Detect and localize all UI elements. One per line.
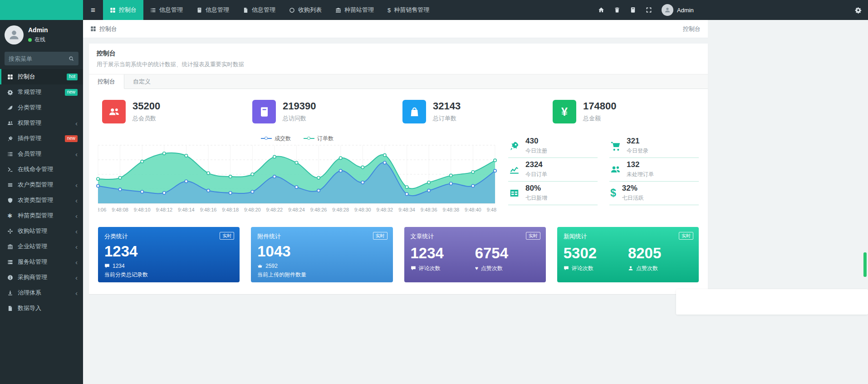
brand-area: [0, 0, 83, 20]
topnav-tab-info-2[interactable]: 信息管理: [190, 0, 236, 20]
breadcrumb-left[interactable]: 控制台: [90, 25, 117, 33]
quick-stats-grid: 430今日注册 321今日登录 2324今日订单 132未处理订单 80%七日新…: [508, 134, 699, 214]
quick-stat-logins: 321今日登录: [609, 134, 699, 158]
menu-label: 权限管理: [18, 119, 71, 127]
users-icon: [108, 106, 120, 118]
main-area: 控制台 控制台 控制台 用于展示当前系统中的统计数据、统计报表及重要实时数据 控…: [83, 20, 868, 384]
chart-x-axis: 9:48:069:48:089:48:109:48:129:48:149:48:…: [98, 206, 496, 214]
chevron-left-icon: ‹: [75, 120, 78, 127]
sidebar-item-import[interactable]: 数据导入: [0, 300, 83, 316]
menu-label: 采购商管理: [18, 273, 71, 281]
panel-big-number: 5302: [564, 246, 628, 261]
search-input[interactable]: [9, 55, 69, 62]
dashboard-icon: [110, 7, 116, 13]
top-navbar: ≡ 控制台 信息管理 信息管理 信息管理 收购列表 种苗站管理 $种苗销售管理 …: [0, 0, 868, 20]
scrollbar-thumb[interactable]: [863, 252, 867, 277]
chevron-left-icon: ‹: [75, 228, 78, 235]
menu-label: 农资类型管理: [18, 196, 71, 204]
tab-custom[interactable]: 自定义: [124, 74, 159, 89]
settings-button[interactable]: [855, 0, 862, 20]
bank-icon: [335, 7, 341, 13]
sidebar-item-general[interactable]: 常规管理new: [0, 84, 83, 100]
panel-big-number: 1043: [257, 244, 386, 260]
topnav-tab-acquisition-list[interactable]: 收购列表: [282, 0, 329, 20]
sub-label: 点赞次数: [481, 265, 503, 272]
panel-big-number: 6754: [475, 246, 539, 261]
panel-sub: 1234: [104, 263, 233, 269]
menu-label: 服务站管理: [18, 258, 71, 266]
sidebar-item-member[interactable]: 会员管理‹: [0, 146, 83, 162]
dashboard-panel: 控制台 用于展示当前系统中的统计数据、统计报表及重要实时数据 控制台 自定义 3…: [89, 44, 708, 294]
tab-console[interactable]: 控制台: [89, 74, 124, 89]
user-name: Admin: [28, 26, 48, 34]
docs-icon[interactable]: [630, 7, 636, 13]
breadcrumb-right: 控制台: [683, 25, 701, 33]
panel-column: 6754 ♥点赞次数: [475, 242, 539, 272]
topnav-tab-info-1[interactable]: 信息管理: [143, 0, 190, 20]
panel-caption: 当前分类总记录数: [104, 271, 233, 279]
tab-label: 控制台: [119, 6, 137, 14]
heart-icon: ♥: [475, 266, 478, 271]
dashboard-icon: [6, 74, 14, 80]
list-icon: [6, 151, 14, 157]
file-icon: [6, 305, 14, 311]
sidebar-item-service[interactable]: 服务站管理‹: [0, 254, 83, 270]
menu-label: 种苗类型管理: [18, 212, 71, 220]
stats-panels: 分类统计 实时 1234 1234 当前分类总记录数 附件统计 实时 1043 …: [98, 227, 699, 282]
sidebar-item-farmer-type[interactable]: 农户类型管理‹: [0, 177, 83, 192]
quick-value: 430: [525, 137, 547, 146]
menu-label: 在线命令管理: [18, 165, 78, 173]
new-badge: new: [65, 89, 78, 96]
sidebar-item-command[interactable]: 在线命令管理: [0, 162, 83, 177]
sidebar-search: [5, 52, 78, 65]
book-icon: [196, 7, 202, 13]
sidebar-item-auth[interactable]: 权限管理‹: [0, 115, 83, 131]
panel-big-number: 1234: [104, 244, 233, 260]
stat-total-members: 35200总会员数: [98, 100, 248, 123]
sidebar-item-seedling-type[interactable]: ✱种苗类型管理‹: [0, 208, 83, 223]
sidebar-item-enterprise[interactable]: 企业站管理‹: [0, 239, 83, 254]
user-menu[interactable]: Admin: [662, 4, 694, 16]
quick-stat-pending-orders: 132未处理订单: [609, 158, 699, 182]
trash-icon[interactable]: [614, 7, 620, 13]
line-chart-icon: [509, 164, 520, 175]
topnav-tab-info-3[interactable]: 信息管理: [236, 0, 282, 20]
panel-caption: 当前上传的附件数量: [257, 271, 386, 279]
stat-label: 总访问数: [283, 114, 316, 123]
chart-legend[interactable]: 成交数订单数: [98, 134, 496, 143]
search-button[interactable]: [69, 56, 74, 62]
fullscreen-icon[interactable]: [646, 7, 652, 13]
stat-total-visits: 219390总访问数: [248, 100, 398, 123]
bag-icon: [402, 100, 426, 123]
panel-sub: ♥点赞次数: [475, 265, 539, 272]
panel-sub: 2592: [257, 263, 386, 269]
sidebar-item-agri-type[interactable]: 农资类型管理‹: [0, 192, 83, 208]
comment-icon: [564, 266, 569, 271]
panel-body: 35200总会员数 219390总访问数 32143总订单数 ¥ 174800总…: [89, 89, 708, 294]
arrows-icon: [6, 228, 14, 234]
sub-value: 1234: [113, 263, 125, 269]
chevron-left-icon: ‹: [75, 197, 78, 204]
sidebar-item-console[interactable]: 控制台hot: [0, 69, 83, 84]
comment-icon: [104, 263, 110, 269]
sidebar-toggle-button[interactable]: ≡: [83, 0, 103, 20]
top-tab-bar: 控制台 信息管理 信息管理 信息管理 收购列表 种苗站管理 $种苗销售管理: [103, 0, 436, 20]
sidebar-item-governance[interactable]: 治理体系‹: [0, 285, 83, 300]
stat-total-amount: ¥ 174800总金额: [549, 100, 699, 123]
sidebar-item-acquisition[interactable]: 收购站管理‹: [0, 223, 83, 239]
topnav-tab-console[interactable]: 控制台: [103, 0, 143, 20]
topnav-tab-seedling-station[interactable]: 种苗站管理: [329, 0, 381, 20]
topnav-tab-seedling-sales[interactable]: $种苗销售管理: [381, 0, 436, 20]
sidebar-item-addon[interactable]: 插件管理new: [0, 131, 83, 146]
home-icon[interactable]: [598, 7, 604, 13]
tab-label: 种苗销售管理: [394, 6, 429, 14]
stat-total-orders: 32143总订单数: [398, 100, 549, 123]
sidebar-item-category[interactable]: 分类管理: [0, 100, 83, 115]
users-icon: [610, 164, 621, 175]
quick-value: 2324: [525, 161, 547, 169]
attachment-stats-panel: 附件统计 实时 1043 2592 当前上传的附件数量: [251, 227, 392, 282]
dashboard-icon: [90, 26, 96, 32]
panel-sub: 评论次数: [411, 265, 475, 272]
users-icon: [6, 120, 14, 126]
sidebar-item-purchaser[interactable]: 采购商管理‹: [0, 270, 83, 285]
